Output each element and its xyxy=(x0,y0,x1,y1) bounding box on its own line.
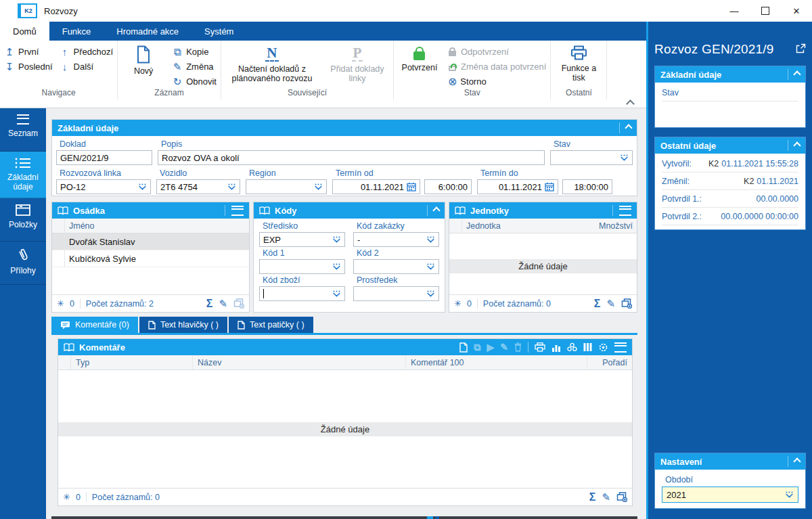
previous-button[interactable]: ↑Předchozí xyxy=(60,47,114,57)
termin-od-date-input[interactable]: 01.11.2021 xyxy=(332,179,420,194)
run-icon[interactable]: ▶ xyxy=(487,342,494,352)
row-gutter xyxy=(52,250,65,267)
termin-do-time-value: 18:00:00 xyxy=(574,182,608,192)
column-header-jednotka[interactable]: Jednotka xyxy=(462,221,595,231)
sum-icon[interactable]: Σ xyxy=(589,493,596,502)
collapse-ribbon-button[interactable] xyxy=(627,97,633,104)
ribbon-tab-funkce[interactable]: Funkce xyxy=(49,22,104,41)
box-icon xyxy=(16,204,30,216)
region-dropdown[interactable] xyxy=(246,179,327,194)
confirm-button[interactable]: Potvrzení xyxy=(398,44,441,74)
copy-add-icon[interactable] xyxy=(621,298,632,309)
collapse-section-button[interactable] xyxy=(793,457,800,465)
copy-add-icon[interactable] xyxy=(233,298,244,309)
termin-od-time-input[interactable]: 6:00:00 xyxy=(424,179,472,194)
termin-do-time-input[interactable]: 18:00:00 xyxy=(562,179,612,194)
copy-button[interactable]: ⧉Kopie xyxy=(172,47,217,57)
functions-print-button[interactable]: Funkce a tisk xyxy=(555,44,602,85)
new-label: Nový xyxy=(134,66,153,76)
table-row[interactable]: Kubíčková Sylvie xyxy=(52,250,249,267)
cancel-storno-button[interactable]: ⊗Storno xyxy=(448,76,546,87)
ribbon-tab-hromadne-akce[interactable]: Hromadné akce xyxy=(104,22,191,41)
load-planned-delivery-button[interactable]: N Načtení dokladů z plánovaného rozvozu xyxy=(225,44,319,85)
prostredek-dropdown[interactable] xyxy=(353,286,439,301)
vozidlo-dropdown[interactable]: 2T6 4754 xyxy=(156,179,240,194)
cluster-icon[interactable] xyxy=(567,342,577,352)
settings-gear-icon[interactable] xyxy=(598,342,608,353)
collapse-section-button[interactable] xyxy=(793,141,800,149)
column-header-mnozstvi[interactable]: Množství xyxy=(595,221,637,231)
column-header-typ[interactable]: Typ xyxy=(71,355,193,369)
delete-icon[interactable] xyxy=(514,342,522,352)
add-line-documents-button[interactable]: P Přidat doklady linky xyxy=(325,44,389,85)
linka-dropdown[interactable]: PO-12 xyxy=(56,179,151,194)
panel-menu-icon[interactable] xyxy=(614,342,627,353)
edit-button[interactable]: ✎Změna xyxy=(172,62,217,72)
termin-do-date-input[interactable]: 01.11.2021 xyxy=(477,179,558,194)
obdobi-label: Období xyxy=(665,475,693,484)
sidebar-item-seznam[interactable]: Seznam xyxy=(0,108,46,152)
popis-input[interactable]: Rozvoz OVA a okolí xyxy=(158,150,545,165)
obdobi-dropdown[interactable]: 2021 xyxy=(662,487,798,503)
sidebar-item-polozky[interactable]: Položky xyxy=(0,198,46,242)
last-button[interactable]: ↧Poslední xyxy=(4,62,53,72)
columns-icon[interactable] xyxy=(583,342,592,352)
kod1-dropdown[interactable] xyxy=(259,259,345,274)
asterisk-filter-icon[interactable]: ✳ xyxy=(57,298,64,309)
column-header-jmeno[interactable]: Jméno xyxy=(65,221,99,231)
kod-zbozi-dropdown[interactable] xyxy=(259,286,345,301)
sidebar-item-zakladni-udaje[interactable]: Základní údaje xyxy=(0,152,46,198)
edit-icon[interactable]: ✎ xyxy=(606,299,615,309)
edit-icon[interactable]: ✎ xyxy=(602,493,610,502)
edit-icon[interactable]: ✎ xyxy=(219,299,227,309)
doklad-value: GEN/2021/9 xyxy=(60,153,109,163)
unconfirm-button[interactable]: Odpotvrzení xyxy=(448,47,546,57)
column-header-poradi[interactable]: Pořadí xyxy=(587,355,632,369)
new-button[interactable]: Nový xyxy=(122,44,165,77)
change-confirm-date-button[interactable]: Změna data potvrzení xyxy=(448,62,546,72)
asterisk-filter-icon[interactable]: ✳ xyxy=(454,298,461,309)
asterisk-filter-icon[interactable]: ✳ xyxy=(63,492,70,502)
termin-do-date-value: 01.11.2021 xyxy=(499,182,542,192)
termin-do-label: Termín do xyxy=(480,168,612,178)
copy-add-icon[interactable] xyxy=(616,492,627,502)
panel-menu-icon[interactable] xyxy=(231,206,244,216)
calendar-icon[interactable] xyxy=(407,182,416,191)
open-external-icon[interactable] xyxy=(796,43,806,53)
collapse-section-button[interactable] xyxy=(793,70,800,78)
sum-icon[interactable]: Σ xyxy=(206,299,213,309)
stav-dropdown[interactable] xyxy=(550,150,633,165)
collapse-panel-button[interactable] xyxy=(625,124,632,131)
column-header-nazev[interactable]: Název xyxy=(193,355,406,369)
tab-komentare[interactable]: Komentáře (0) xyxy=(51,317,138,333)
kod-zakazky-dropdown[interactable]: - xyxy=(353,232,439,247)
print-icon[interactable] xyxy=(535,342,545,352)
arrow-down-icon: ↓ xyxy=(60,62,70,72)
kod-zakazky-value: - xyxy=(357,235,360,245)
stredisko-dropdown[interactable]: EXP xyxy=(259,232,345,247)
column-header-komentar[interactable]: Komentář 100 xyxy=(406,355,587,369)
sum-icon[interactable]: Σ xyxy=(594,299,601,309)
collapse-panel-button[interactable] xyxy=(432,206,440,214)
calendar-icon[interactable] xyxy=(545,182,554,191)
ribbon-tab-domu[interactable]: Domů xyxy=(0,22,49,41)
tab-text-hlavicky[interactable]: Text hlavičky ( ) xyxy=(139,317,227,333)
ribbon-tab-system[interactable]: Systém xyxy=(191,22,246,41)
chart-icon[interactable] xyxy=(551,343,561,352)
record-count: Počet záznamů: 2 xyxy=(86,299,154,309)
refresh-button[interactable]: ↻Obnovit xyxy=(172,76,217,87)
next-button[interactable]: ↓Další xyxy=(60,62,114,72)
sidebar-item-prilohy[interactable]: Přílohy xyxy=(0,242,46,285)
first-button[interactable]: ↥První xyxy=(4,47,53,57)
new-document-icon[interactable] xyxy=(459,342,468,353)
edit-icon[interactable]: ✎ xyxy=(500,342,508,352)
tab-text-paticky[interactable]: Text patičky ( ) xyxy=(229,317,313,333)
close-button[interactable]: ✕ xyxy=(781,0,812,22)
kod2-dropdown[interactable] xyxy=(353,259,439,274)
doklad-input[interactable]: GEN/2021/9 xyxy=(56,150,152,165)
panel-menu-icon[interactable] xyxy=(619,206,631,216)
table-row[interactable]: Dvořák Stanislav xyxy=(52,233,249,250)
minimize-button[interactable]: — xyxy=(719,0,750,22)
copy-icon[interactable]: ⧉ xyxy=(474,342,480,352)
maximize-button[interactable] xyxy=(750,0,781,22)
